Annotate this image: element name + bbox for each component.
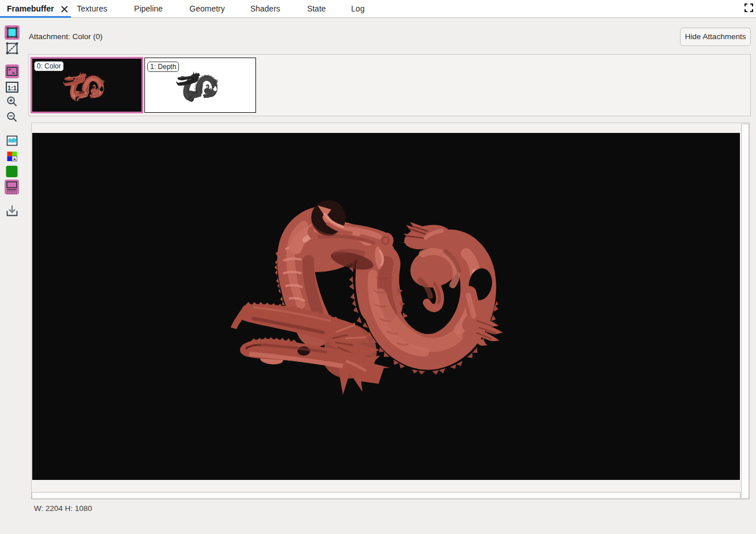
svg-text:1:1: 1:1: [7, 85, 17, 91]
svg-text:A: A: [13, 157, 16, 161]
